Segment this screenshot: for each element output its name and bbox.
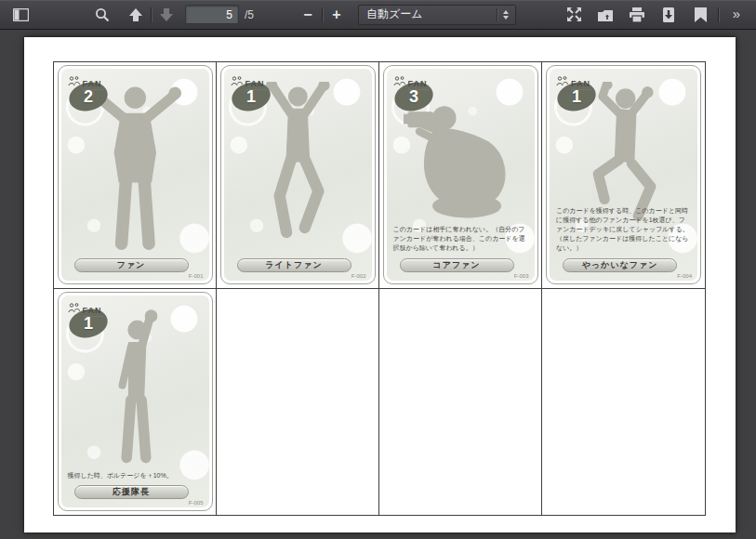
card-type-label: FAN (245, 79, 267, 90)
presentation-mode-button[interactable] (561, 4, 587, 26)
card-effect-text: このカードを獲得する時、このカードと同時に獲得する他のファンカードを1枚選び、フ… (556, 206, 691, 254)
card-effect-text: 獲得した時、ボルテージを＋10%。 (68, 471, 203, 480)
toolbar-separator (151, 7, 152, 22)
download-icon (661, 7, 676, 22)
pdf-page: FAN 2 (24, 37, 736, 532)
card-header: FAN (393, 73, 430, 90)
grid-cell: FAN 3 (379, 62, 542, 289)
grid-cell-empty (217, 289, 379, 516)
people-icon (393, 73, 405, 90)
people-icon (68, 300, 80, 317)
card-type-label: FAN (571, 79, 592, 90)
zoom-in-button[interactable]: + (325, 4, 349, 26)
card-header: FAN (231, 73, 267, 90)
card-header: FAN (68, 300, 104, 317)
card-name-pill: やっかいなファン (563, 258, 677, 272)
chevron-up-down-icon (503, 10, 509, 20)
fan-card-light-fan: FAN 1 (220, 65, 376, 284)
card-name-pill: ファン (74, 258, 189, 272)
fan-card-fan: FAN 2 (58, 65, 213, 284)
card-effect-text: このカードは相手に奪われない。（自分のファンカードが奪われる場合、このカードを選… (393, 225, 528, 253)
grid-cell: FAN 1 (54, 289, 217, 516)
grid-cell: FAN 2 (54, 62, 217, 289)
card-name-pill: ライトファン (237, 258, 351, 272)
zoom-level-select[interactable]: 自動ズーム (358, 5, 516, 25)
zoom-out-button[interactable]: − (296, 4, 320, 26)
pdf-viewer-area: FAN 2 (0, 30, 756, 538)
card-header: FAN (68, 73, 104, 90)
arrow-down-icon (159, 7, 174, 22)
bookmark-button[interactable] (687, 4, 713, 26)
people-icon (231, 73, 243, 90)
arrow-up-icon (128, 7, 143, 22)
pdf-toolbar: /5 − + 自動ズーム (0, 0, 756, 30)
card-header: FAN (556, 73, 592, 90)
more-tools-button[interactable]: » (723, 4, 749, 26)
grid-cell: FAN 1 (217, 62, 379, 289)
page-number-input[interactable] (185, 5, 239, 24)
grid-cell-empty (379, 289, 542, 516)
open-file-icon (597, 7, 614, 22)
card-type-label: FAN (83, 79, 104, 90)
print-button[interactable] (624, 4, 650, 26)
bookmark-icon (695, 7, 707, 22)
grid-cell-empty (542, 289, 705, 516)
search-icon (95, 7, 110, 22)
people-icon (68, 73, 80, 90)
card-type-label: FAN (408, 79, 430, 90)
sidebar-toggle-button[interactable] (7, 4, 33, 26)
open-file-button[interactable] (592, 4, 618, 26)
people-icon (556, 73, 568, 90)
card-name-pill: コアファン (400, 258, 514, 272)
fan-card-cheer-leader: FAN 1 (58, 292, 213, 511)
card-type-label: FAN (83, 306, 104, 317)
toolbar-separator (322, 7, 323, 22)
page-count-label: /5 (245, 8, 254, 21)
card-id: F-004 (677, 273, 692, 279)
sidebar-toggle-icon (13, 8, 29, 21)
fullscreen-icon (566, 7, 582, 22)
card-id: F-001 (189, 273, 204, 279)
fan-card-core-fan: FAN 3 (383, 65, 538, 284)
double-chevron-right-icon: » (729, 6, 744, 23)
printer-icon (629, 7, 645, 22)
download-button[interactable] (656, 4, 682, 26)
next-page-button[interactable] (153, 4, 179, 26)
card-id: F-005 (189, 500, 204, 506)
card-id: F-002 (351, 273, 366, 279)
card-name-pill: 応援隊長 (74, 485, 189, 499)
grid-cell: FAN 1 (542, 62, 705, 289)
fan-card-troublesome-fan: FAN 1 (546, 65, 701, 284)
card-id: F-003 (514, 273, 529, 279)
search-button[interactable] (89, 4, 115, 26)
card-sheet-grid: FAN 2 (53, 61, 706, 516)
zoom-level-value: 自動ズーム (366, 7, 423, 22)
previous-page-button[interactable] (123, 4, 149, 26)
toolbar-separator (718, 7, 719, 22)
